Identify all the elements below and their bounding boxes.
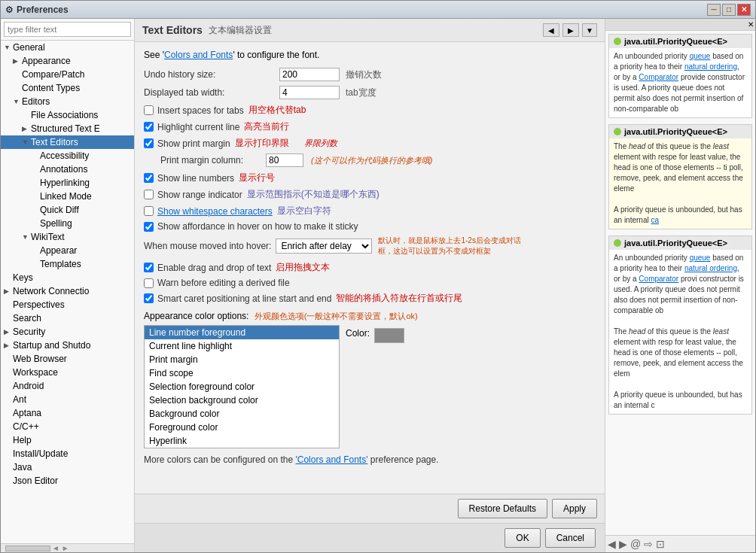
color-item-fg[interactable]: Foreground color xyxy=(145,421,339,434)
tree-item-editors[interactable]: ▼ Editors xyxy=(1,95,134,108)
scroll-arrows[interactable]: ◄ ► xyxy=(52,544,69,552)
color-item-sel-bg[interactable]: Selection background color xyxy=(145,393,339,407)
tree-label: WikiText xyxy=(31,232,65,242)
whitespace-link[interactable]: Show whitespace characters xyxy=(157,206,273,217)
drag-drop-label: Enable drag and drop of text xyxy=(157,263,271,273)
tree-label: Network Connectio xyxy=(13,286,89,296)
spacer: ▶ xyxy=(4,314,13,322)
tree-item-compare[interactable]: ▶ Compare/Patch xyxy=(1,68,134,81)
boundary-note: 界限列数 xyxy=(304,138,337,149)
color-item-sel-fg[interactable]: Selection foreground color xyxy=(145,380,339,393)
tree-item-content-types[interactable]: ▶ Content Types xyxy=(1,81,134,95)
tree-item-file-assoc[interactable]: ▶ File Associations xyxy=(1,108,134,122)
highlight-checkbox[interactable] xyxy=(144,122,154,132)
java-copy[interactable]: ⊡ xyxy=(656,538,665,550)
more-colors-link[interactable]: 'Colors and Fonts' xyxy=(295,454,367,465)
expand-arrow: ▶ xyxy=(13,57,22,65)
close-button[interactable]: ✕ xyxy=(737,4,751,16)
color-item-current-line[interactable]: Current line highlight xyxy=(145,339,339,353)
spacer: ▶ xyxy=(22,111,31,119)
smart-caret-checkbox[interactable] xyxy=(144,293,154,303)
minimize-button[interactable]: ─ xyxy=(707,4,721,16)
java-card-3: java.util.PriorityQueue<E> An unbounded … xyxy=(608,235,752,415)
warn-label: Warn before editing a derived file xyxy=(157,278,290,288)
spacer: ▶ xyxy=(4,436,13,444)
pm-col-input[interactable] xyxy=(266,153,303,167)
color-item-bg[interactable]: Background color xyxy=(145,407,339,421)
color-item-find-scope[interactable]: Find scope xyxy=(145,366,339,380)
java-at[interactable]: @ xyxy=(630,538,641,550)
tree-item-text-editors[interactable]: ▼ Text Editors xyxy=(1,135,134,149)
color-item-line-fg[interactable]: Line number foreground xyxy=(145,326,339,339)
tree-item-aptana[interactable]: ▶ Aptana xyxy=(1,406,134,420)
ok-button[interactable]: OK xyxy=(505,528,540,548)
tree-item-network[interactable]: ▶ Network Connectio xyxy=(1,284,134,298)
tree-item-wiki-appear[interactable]: ▶ Appearar xyxy=(1,244,134,257)
tree-item-ant[interactable]: ▶ Ant xyxy=(1,393,134,406)
affordance-checkbox[interactable] xyxy=(144,222,154,232)
tab-input[interactable] xyxy=(279,86,340,99)
tree-item-hyperlinking[interactable]: ▶ Hyperlinking xyxy=(1,176,134,190)
java-nav-forward[interactable]: ▶ xyxy=(619,538,627,550)
tree-item-spelling[interactable]: ▶ Spelling xyxy=(1,217,134,230)
tree-item-web-browser[interactable]: ▶ Web Browser xyxy=(1,352,134,366)
range-checkbox[interactable] xyxy=(144,190,154,199)
java-card-1-body: An unbounded priority queue based on a p… xyxy=(609,48,751,117)
tree-label: Startup and Shutdo xyxy=(13,340,90,351)
whitespace-checkbox[interactable] xyxy=(144,206,154,216)
tree-item-quick-diff[interactable]: ▶ Quick Diff xyxy=(1,203,134,217)
insert-spaces-checkbox[interactable] xyxy=(144,105,154,115)
appearance-section: Appearance color options: 外观颜色选项(一般这种不需要… xyxy=(144,311,596,448)
tree-item-linked-mode[interactable]: ▶ Linked Mode xyxy=(1,190,134,203)
tree-item-install[interactable]: ▶ Install/Update xyxy=(1,447,134,460)
hover-select[interactable]: Enrich after delay Enrich immediately Do… xyxy=(276,239,372,254)
tree-item-startup[interactable]: ▶ Startup and Shutdo xyxy=(1,339,134,352)
tree-item-keys[interactable]: ▶ Keys xyxy=(1,271,134,284)
color-item-print-margin[interactable]: Print margin xyxy=(145,353,339,366)
smart-caret-label: Smart caret positioning at line start an… xyxy=(157,293,331,304)
smart-caret-row: Smart caret positioning at line start an… xyxy=(144,292,596,305)
color-swatch[interactable] xyxy=(374,328,404,343)
undo-input[interactable] xyxy=(279,68,340,81)
cancel-button[interactable]: Cancel xyxy=(545,528,596,548)
tree-item-accessibility[interactable]: ▶ Accessibility xyxy=(1,149,134,163)
warn-checkbox[interactable] xyxy=(144,278,154,288)
tree-label: General xyxy=(13,42,45,53)
color-item-hyperlink[interactable]: Hyperlink xyxy=(145,434,339,448)
nav-forward-button[interactable]: ▶ xyxy=(562,23,579,37)
drag-drop-checkbox[interactable] xyxy=(144,263,154,272)
undo-row: Undo history size: 撤销次数 xyxy=(144,68,596,81)
line-numbers-checkbox[interactable] xyxy=(144,173,154,183)
restore-defaults-button[interactable]: Restore Defaults xyxy=(458,499,547,518)
tree-item-android[interactable]: ▶ Android xyxy=(1,379,134,393)
nav-back-button[interactable]: ◀ xyxy=(543,23,559,37)
java-close-button[interactable]: ✕ xyxy=(748,20,754,29)
tree-item-search[interactable]: ▶ Search xyxy=(1,311,134,325)
tree-item-help[interactable]: ▶ Help xyxy=(1,433,134,447)
tree-item-appearance[interactable]: ▶ Appearance xyxy=(1,54,134,68)
main-area: ▼ General ▶ Appearance ▶ Compare/Patch ▶… xyxy=(1,19,755,552)
tree-scrollbar[interactable]: ◄ ► xyxy=(1,543,134,552)
tree-item-wikitext[interactable]: ▼ WikiText xyxy=(1,230,134,244)
spacer: ▶ xyxy=(4,463,13,471)
java-nav-back[interactable]: ◀ xyxy=(608,538,616,550)
window-controls: ─ □ ✕ xyxy=(707,4,751,16)
tree-item-wiki-template[interactable]: ▶ Templates xyxy=(1,257,134,271)
tree-item-java[interactable]: ▶ Java xyxy=(1,460,134,474)
scroll-thumb[interactable] xyxy=(5,545,50,551)
print-margin-checkbox[interactable] xyxy=(144,138,154,148)
tree-item-perspectives[interactable]: ▶ Perspectives xyxy=(1,298,134,311)
tree-item-general[interactable]: ▼ General xyxy=(1,41,134,54)
tree-item-structured[interactable]: ▶ Structured Text E xyxy=(1,122,134,135)
maximize-button[interactable]: □ xyxy=(722,4,736,16)
colors-fonts-link[interactable]: Colors and Fonts xyxy=(164,50,233,60)
filter-input[interactable] xyxy=(4,22,131,37)
tree-item-json[interactable]: ▶ Json Editor xyxy=(1,474,134,488)
tree-item-annotations[interactable]: ▶ Annotations xyxy=(1,163,134,176)
apply-button[interactable]: Apply xyxy=(552,499,597,518)
tree-item-cpp[interactable]: ▶ C/C++ xyxy=(1,420,134,433)
java-arrow[interactable]: ⇨ xyxy=(644,538,653,550)
nav-dropdown-button[interactable]: ▼ xyxy=(582,23,597,37)
tree-item-security[interactable]: ▶ Security xyxy=(1,325,134,339)
tree-item-workspace[interactable]: ▶ Workspace xyxy=(1,366,134,379)
